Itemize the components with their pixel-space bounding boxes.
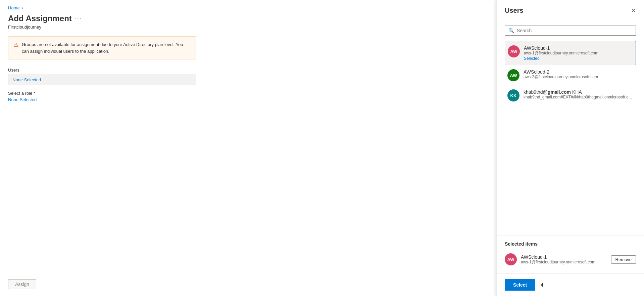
avatar: AW [508,45,520,57]
page-title: Add Assignment [8,14,72,23]
selected-item-name: AWScloud-1 [521,254,607,260]
user-info: AWScloud-1 aws-1@firstcloudjourney.onmic… [524,45,633,61]
warning-box: ⚠ Groups are not available for assignmen… [8,36,196,59]
close-icon[interactable]: ✕ [631,8,636,14]
role-none-selected[interactable]: None Selected [8,97,196,102]
drawer-title: Users [505,7,524,14]
warning-icon: ⚠ [14,42,18,48]
drawer-content: 🔍 AW AWScloud-1 aws-1@firstcloudjourney.… [497,20,644,236]
users-label: Users [8,68,196,73]
required-marker: * [34,91,35,96]
user-email: khab9thd_gmail.com#EXT#@khab9thdgmail.on… [524,95,633,99]
subtitle: Firstcloudjourney [8,25,488,30]
user-name: khab9thd@gmail.com KHA [524,89,633,95]
breadcrumb-home[interactable]: Home [8,5,20,10]
select-button[interactable]: Select [505,279,535,291]
page-header: Add Assignment ··· [8,14,488,23]
role-field: Select a role * None Selected [8,91,196,102]
user-email: aws-1@firstcloudjourney.onmicrosoft.com [524,51,633,55]
selected-item-info: AWScloud-1 aws-1@firstcloudjourney.onmic… [521,254,607,264]
drawer-header: Users ✕ [497,0,644,20]
user-info: khab9thd@gmail.com KHA khab9thd_gmail.co… [524,89,633,99]
user-list-item[interactable]: KK khab9thd@gmail.com KHA khab9thd_gmail… [505,85,636,105]
warning-text: Groups are not available for assignment … [22,41,190,54]
highlight: gmail.com [548,89,571,95]
users-drawer: Users ✕ 🔍 AW AWScloud-1 aws-1@firstcloud… [496,0,644,296]
user-name: AWScloud-1 [524,45,633,51]
bottom-bar: Assign [8,279,36,289]
left-panel: Home › Add Assignment ··· Firstcloudjour… [0,0,496,296]
selected-count: 4 [541,282,543,288]
user-list: AW AWScloud-1 aws-1@firstcloudjourney.on… [505,41,636,105]
selected-items-title: Selected items [505,241,636,247]
drawer-footer: Select 4 [497,273,644,296]
user-list-item[interactable]: AW AWScloud-2 aws-2@firstcloudjourney.on… [505,65,636,85]
role-label: Select a role * [8,91,196,96]
users-input-box[interactable]: None Selected [8,74,196,85]
remove-button[interactable]: Remove [611,255,636,264]
users-none-selected: None Selected [12,77,41,82]
user-info: AWScloud-2 aws-2@firstcloudjourney.onmic… [524,69,633,79]
avatar: KK [507,89,519,101]
user-list-item[interactable]: AW AWScloud-1 aws-1@firstcloudjourney.on… [505,41,636,65]
breadcrumb: Home › [8,5,488,10]
more-options-icon[interactable]: ··· [75,15,82,22]
assign-button[interactable]: Assign [8,279,36,289]
avatar: AW [507,69,519,81]
search-box[interactable]: 🔍 [505,26,636,36]
selected-items-section: Selected items AW AWScloud-1 aws-1@first… [497,236,644,273]
user-email: aws-2@firstcloudjourney.onmicrosoft.com [524,75,633,79]
users-field: Users None Selected [8,68,196,85]
selected-item: AW AWScloud-1 aws-1@firstcloudjourney.on… [505,251,636,268]
breadcrumb-separator: › [22,6,23,10]
user-name: AWScloud-2 [524,69,633,75]
search-icon: 🔍 [508,28,514,33]
selected-item-email: aws-1@firstcloudjourney.onmicrosoft.com [521,260,607,264]
selected-label: Selected [524,56,633,61]
search-input[interactable] [517,28,632,33]
selected-item-avatar: AW [505,253,517,265]
